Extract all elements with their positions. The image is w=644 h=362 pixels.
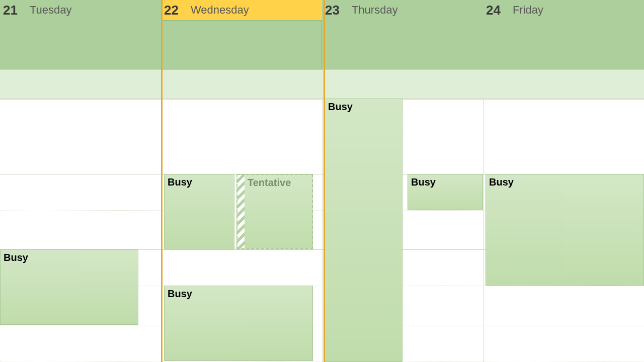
calendar-week-view: 21 Tuesday 22 Wednesday 23 Thursday 24 F… [0, 0, 644, 362]
day-header-tuesday[interactable]: 21 Tuesday [0, 0, 161, 69]
event-title: Busy [168, 176, 192, 188]
column-divider [161, 99, 162, 362]
allday-row[interactable] [0, 69, 644, 100]
event-busy[interactable]: Busy [325, 99, 403, 362]
day-number: 21 [3, 3, 18, 18]
day-number: 22 [164, 3, 179, 18]
day-header-thursday[interactable]: 23 Thursday [322, 0, 483, 69]
event-busy[interactable]: Busy [164, 286, 313, 361]
day-header-label: 21 Tuesday [0, 0, 161, 20]
event-title: Busy [489, 176, 514, 188]
day-name: Tuesday [30, 4, 72, 17]
day-header-label: 24 Friday [483, 0, 644, 20]
day-number: 23 [325, 3, 340, 18]
day-name: Wednesday [191, 4, 249, 17]
today-allday-block[interactable] [162, 20, 321, 69]
event-busy[interactable]: Busy [486, 174, 644, 286]
time-grid[interactable]: Busy Busy Tentative Busy Busy Busy Busy [0, 99, 644, 362]
event-busy[interactable]: Busy [0, 249, 138, 325]
event-title: Busy [168, 288, 192, 299]
event-title: Busy [328, 101, 353, 112]
event-busy[interactable]: Busy [408, 174, 483, 210]
day-header-label: 23 Thursday [322, 0, 483, 20]
day-header-label: 22 Wednesday [161, 0, 322, 20]
day-name: Thursday [352, 4, 398, 17]
column-divider [322, 99, 323, 362]
day-header-wednesday[interactable]: 22 Wednesday [161, 0, 322, 69]
event-title: Busy [4, 252, 28, 263]
day-name: Friday [513, 4, 543, 17]
day-header-friday[interactable]: 24 Friday [483, 0, 644, 69]
today-highlight-bar: 22 Wednesday [161, 0, 322, 20]
day-number: 24 [486, 3, 501, 18]
event-title: Tentative [248, 177, 291, 188]
event-tentative[interactable]: Tentative [236, 174, 313, 249]
event-title: Busy [411, 176, 436, 188]
column-divider [483, 99, 484, 362]
event-busy[interactable]: Busy [164, 174, 234, 249]
